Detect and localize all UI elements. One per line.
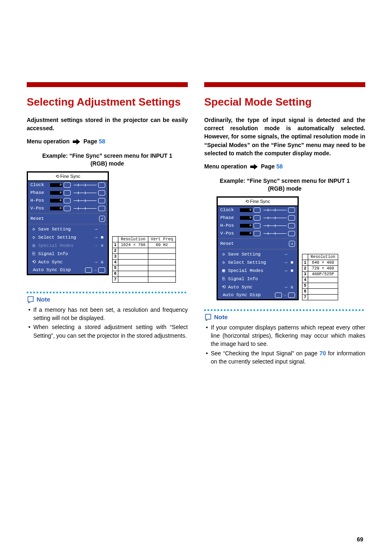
osd-separator xyxy=(28,213,108,214)
disp-mode-icon xyxy=(98,267,105,273)
page-number: 69 xyxy=(357,536,363,543)
osd-slider-row: Clock xyxy=(28,181,108,189)
osd-title-left: ⟲ Fine Sync xyxy=(28,173,108,181)
diamond-icon: ◇ xyxy=(220,251,227,257)
osd-items-left: ◇Save Setting→ ◇Select Setting→■ ▦Specia… xyxy=(28,225,108,266)
page-columns: Selecting Adjustment Settings Adjustment… xyxy=(27,82,365,366)
heading-right: Special Mode Setting xyxy=(204,96,365,108)
slider-end-icon xyxy=(288,231,295,236)
svg-rect-0 xyxy=(73,140,76,143)
osd-menu-item: ◇Select Setting→■ xyxy=(28,233,108,242)
reset-label: Reset xyxy=(220,241,234,246)
note-item: See “Checking the Input Signal” on page … xyxy=(206,349,365,366)
intro-right: Ordinarily, the type of input signal is … xyxy=(204,116,365,157)
svg-marker-3 xyxy=(254,164,258,170)
osd-slider-row: Phase xyxy=(218,214,297,222)
note-heading-left: Note xyxy=(27,296,188,303)
table-row: 3480P/525P xyxy=(302,271,338,277)
osd-slider-row: V-Pos xyxy=(218,230,297,237)
osd-menu-item-disabled: ▦Special Modes→■ xyxy=(28,242,108,250)
note-item: If a memory has not been set, a resoluti… xyxy=(28,306,188,322)
section-rule-right xyxy=(204,82,365,87)
table-row: 5 xyxy=(113,265,176,271)
slider-start-icon xyxy=(254,231,261,236)
page-link-58-left[interactable]: 58 xyxy=(99,138,105,145)
arrow-right-icon: → xyxy=(284,285,287,290)
slider-start-icon xyxy=(64,182,71,188)
note-item: When selecting a stored adjustment setti… xyxy=(28,323,188,340)
table-row: 2720 × 480 xyxy=(302,265,338,271)
osd-bottom-row: Auto Sync Disp ⇨ xyxy=(28,266,108,274)
figure-row-right: ⟲ Fine Sync Clock Phase H-Pos V-Pos Rese… xyxy=(217,196,365,300)
slider-bar xyxy=(50,191,62,195)
osd-slider-row: H-Pos xyxy=(28,197,108,205)
table-header-row: Resolution xyxy=(302,254,338,260)
menu-op-page-label: Page xyxy=(83,138,97,145)
reset-icon: ↺ xyxy=(99,216,105,222)
slider-bar xyxy=(240,216,252,220)
osd-items-right: ◇Save Setting→ ◇Select Setting→■ ▦Specia… xyxy=(218,250,297,291)
slider-end-icon xyxy=(98,190,105,196)
osd-title-right: ⟲ Fine Sync xyxy=(218,198,297,206)
slider-bar xyxy=(50,183,62,187)
disp-mode-icon xyxy=(275,292,282,298)
osd-reset-row: Reset ↺ xyxy=(28,214,108,223)
auto-sync-disp-label: Auto Sync Disp xyxy=(220,292,273,297)
note-2-prefix: See “Checking the Input Signal” on page xyxy=(211,350,320,357)
slider-track xyxy=(74,193,97,193)
osd-menu-item: ⟲Auto Sync→☒ xyxy=(218,283,297,291)
col-vert-freq: Vert Freq xyxy=(148,236,176,242)
osd-separator xyxy=(218,238,297,239)
diamond-icon: ◇ xyxy=(30,226,37,232)
intro-left: Adjustment settings stored in the projec… xyxy=(27,116,188,133)
table-row: 7 xyxy=(113,276,176,282)
osd-menu-item: ◇Save Setting→ xyxy=(218,250,297,258)
page-link-70[interactable]: 70 xyxy=(320,350,326,357)
reset-icon: ↺ xyxy=(289,241,295,247)
dotted-separator xyxy=(204,309,365,311)
note-icon xyxy=(27,296,35,303)
arrow-right-icon: ⇨ xyxy=(94,267,97,273)
slider-start-icon xyxy=(254,207,261,213)
menu-op-prefix: Menu operation xyxy=(204,163,247,170)
osd-separator xyxy=(218,249,297,249)
page-link-58-right[interactable]: 58 xyxy=(276,163,283,170)
col-resolution: Resolution xyxy=(118,236,148,242)
note-item: If your computer displays patterns which… xyxy=(206,323,365,348)
reset-label: Reset xyxy=(30,216,44,221)
section-rule-left xyxy=(27,82,188,87)
slider-track xyxy=(263,210,286,210)
slider-start-icon xyxy=(64,206,71,211)
osd-sliders-right: Clock Phase H-Pos V-Pos xyxy=(218,206,297,237)
arrow-right-icon xyxy=(73,139,80,145)
slider-bar xyxy=(240,232,252,235)
arrow-right-icon: → xyxy=(284,260,287,265)
arrow-right-icon: → xyxy=(95,260,97,265)
osd-slider-row: Phase xyxy=(28,189,108,197)
diamond-icon: ◇ xyxy=(220,260,227,265)
table-row: 6 xyxy=(113,271,176,276)
table-row: 6 xyxy=(302,288,338,294)
osd-sliders-left: Clock Phase H-Pos V-Pos xyxy=(28,181,108,212)
table-row: 5 xyxy=(302,283,338,288)
slider-track xyxy=(74,185,97,185)
osd-menu-item: ◇Save Setting→ xyxy=(28,225,108,233)
auto-sync-disp-label: Auto Sync Disp xyxy=(30,267,83,272)
slider-track xyxy=(263,233,286,234)
menu-op-page-label: Page xyxy=(261,163,274,170)
osd-slider-row: Clock xyxy=(218,206,297,214)
table-row: 2 xyxy=(113,248,176,253)
sync-icon: ⟲ xyxy=(220,284,227,290)
modes-icon: ▦ xyxy=(30,243,37,248)
osd-menu-item: ⎘Signal Info xyxy=(218,275,297,283)
svg-rect-2 xyxy=(250,166,254,168)
note-heading-right: Note xyxy=(204,313,365,321)
table-row: 7 xyxy=(302,294,338,300)
table-row: 3 xyxy=(113,253,176,259)
table-row: 11024 × 76860 Hz xyxy=(113,242,176,248)
table-idx-header xyxy=(113,236,118,242)
arrow-right-icon: ⇨ xyxy=(284,292,286,298)
note-list-right: If your computer displays patterns which… xyxy=(204,323,365,366)
slider-end-icon xyxy=(288,223,295,228)
slider-track xyxy=(74,200,97,201)
